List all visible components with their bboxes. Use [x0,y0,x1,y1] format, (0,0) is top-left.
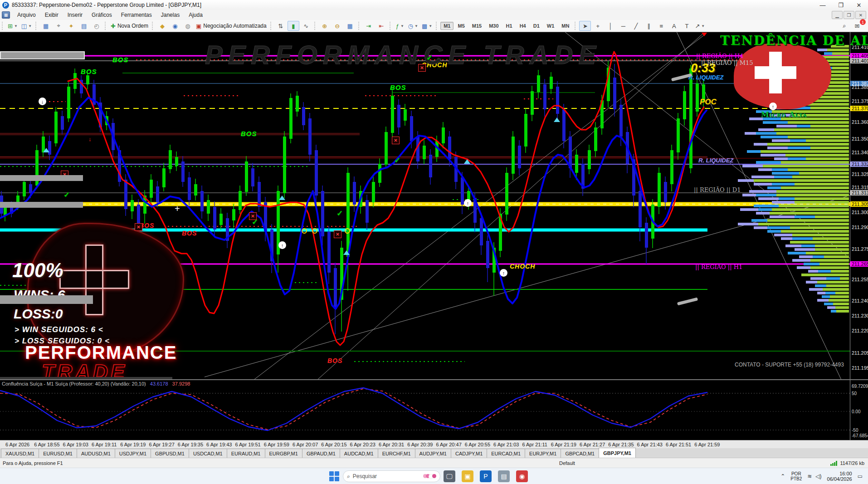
switzerland-flag-map [734,44,831,109]
chart-tab-gbpjpy-m1[interactable]: GBPJPY,M1 [599,448,636,458]
taskbar-app-metatrader[interactable]: ▤ [498,470,510,482]
child-restore-button[interactable]: ❐ [844,11,854,19]
annotation-st2-23: LOSS:0 [14,306,63,322]
chart-tab-euraud-m1[interactable]: EURAUD,M1 [227,449,265,458]
templates-button[interactable]: ▩▼ [420,21,434,31]
text-tool-button[interactable]: A [668,21,680,31]
line-chart-button[interactable]: ∿ [300,21,312,31]
chart-tab-usdjpy-m1[interactable]: USDJPY,M1 [115,449,151,458]
toolbar-drag-handle [358,22,361,30]
chart-tab-audjpy-m1[interactable]: AUDJPY,M1 [415,449,451,458]
chart-tab-eurusd-m1[interactable]: EURUSD,M1 [39,449,77,458]
crosshair-tool-button[interactable]: + [592,21,604,31]
chart-tab-gbpaud-m1[interactable]: GBPAUD,M1 [302,449,340,458]
taskbar-app-display[interactable]: 🖵 [444,470,455,482]
timeframe-m15[interactable]: M15 [469,22,485,30]
notifications-icon[interactable]: ▭ [858,473,863,479]
chart-tab-usdcad-m1[interactable]: USDCAD,M1 [189,449,227,458]
ohlc-bars-button[interactable]: ⇅ [275,21,287,31]
strategy-tester-button[interactable]: ◴ [91,21,102,31]
timeframe-m5[interactable]: M5 [454,22,468,30]
periods-button[interactable]: ◷▼ [407,21,419,31]
start-button[interactable] [329,471,339,481]
minimize-button[interactable]: — [814,0,832,10]
fibonacci-tool-button[interactable]: ≡ [655,21,667,31]
tray-chevron-icon[interactable]: ⌃ [780,473,785,479]
language-indicator[interactable]: PORPTB2 [790,471,802,481]
close-button[interactable]: ✕ [850,0,868,10]
channel-tool-button[interactable]: ∥ [643,21,654,31]
chart-tab-eurchf-m1[interactable]: EURCHF,M1 [378,449,415,458]
signal-arrow-up-icon: ↑ [500,269,507,277]
market-watch-button[interactable]: ▦ [40,21,52,31]
indicator-subwindow[interactable]: Confluência Suíça - M1 Suíça (Professor:… [0,379,868,441]
horizontal-line-tool-button[interactable]: ─ [617,21,629,31]
taskbar-app-recorder[interactable]: ◉ [516,470,528,482]
taskbar-search-input[interactable]: ⌕ Pesquisar [343,470,440,482]
menu-graficos[interactable]: Gráficos [87,10,117,20]
arrow-objects-tool-button[interactable]: ↗▼ [693,21,706,31]
child-minimize-button[interactable]: ▁ [832,11,843,19]
chart-tab-eurgbp-m1[interactable]: EURGBP,M1 [265,449,302,458]
volume-icon[interactable]: ◁) [815,473,821,479]
menu-ajuda[interactable]: Ajuda [184,10,207,20]
community-button[interactable]: ◉ [169,21,181,31]
taskbar-app-file-explorer[interactable]: ▣ [462,470,473,482]
new-chart-button[interactable]: ⊞▼ [6,21,19,31]
chart-tab-gbpcad-m1[interactable]: GBPCAD,M1 [561,449,599,458]
timeframe-w1[interactable]: W1 [544,22,558,30]
tile-windows-button[interactable]: ▦ [344,21,356,31]
network-icon[interactable]: ≋ [807,473,812,479]
chart-tab-xauusd-m1[interactable]: XAUUSD,M1 [1,449,39,458]
timeframe-d1[interactable]: D1 [530,22,543,30]
time-label-6: 6 Apr 19:35 [178,442,203,447]
timeframe-h1[interactable]: H1 [503,22,516,30]
trendline-tool-button[interactable]: ╱ [630,21,642,31]
auto-scroll-button[interactable]: ⇥ [363,21,375,31]
new-chart-icon: ⊞ [8,23,13,29]
maximize-button[interactable]: ❐ [832,0,850,10]
chart-tab-eurjpy-m1[interactable]: EURJPY,M1 [525,449,561,458]
profiles-button[interactable]: ◫▼ [20,21,33,31]
menu-exibir[interactable]: Exibir [40,10,63,20]
toolbar-drag-handle [436,22,438,30]
menu-arquivo[interactable]: Arquivo [13,10,40,20]
chart-shift-button[interactable]: ⇤ [375,21,387,31]
chart-tab-audcad-m1[interactable]: AUDCAD,M1 [340,449,378,458]
vertical-line-tool-button[interactable]: │ [605,21,616,31]
timeframe-h4[interactable]: H4 [517,22,529,30]
signals-button[interactable]: ◍ [182,21,194,31]
status-profile[interactable]: Default [559,460,575,466]
new-order-button[interactable]: ✚Nova Ordem [109,21,150,31]
zoom-in-button[interactable]: ⊕ [319,21,331,31]
timeframe-m30[interactable]: M30 [486,22,502,30]
search-button[interactable]: ⌕ [839,21,850,31]
chart-tab-cadjpy-m1[interactable]: CADJPY,M1 [451,449,487,458]
menu-janelas[interactable]: Janelas [156,10,184,20]
taskbar-app-pepperstone[interactable]: P [480,470,492,482]
navigator-button[interactable]: ✦ [65,21,77,31]
indicator-panel-bar [0,295,93,304]
chart-tab-eurcad-m1[interactable]: EURCAD,M1 [487,449,525,458]
price-label-211.265: 211.265 [850,261,868,267]
chart-tab-audusd-m1[interactable]: AUDUSD,M1 [77,449,115,458]
chart-area[interactable]: 211.410211.405211.401211.387211.385211.3… [0,32,868,380]
candlesticks-button[interactable]: ▮ [288,21,299,31]
toolbox-button[interactable]: ▤ [78,21,90,31]
text-label-tool-button[interactable]: T [681,21,692,31]
cursor-tool-button[interactable]: ➤ [579,21,591,31]
taskbar-clock[interactable]: 16:0006/04/2026 [827,471,852,482]
child-close-button[interactable]: ✕ [855,11,866,19]
metaeditor-button[interactable]: ◆ [156,21,168,31]
zoom-out-button[interactable]: ⊖ [332,21,343,31]
data-window-button[interactable]: ⌖ [53,21,64,31]
timeframe-mn[interactable]: MN [558,22,572,30]
menu-ferramentas[interactable]: Ferramentas [117,10,156,20]
indicators-button[interactable]: ƒ▼ [394,21,406,31]
chart-tab-gbpusd-m1[interactable]: GBPUSD,M1 [151,449,189,458]
timeframe-m1[interactable]: M1 [440,22,454,30]
chat-button[interactable]: ✉1 [851,21,863,31]
time-label-1: 6 Apr 18:55 [34,442,59,447]
menu-inserir[interactable]: Inserir [63,10,87,20]
algo-trading-button[interactable]: ▣Negociação Automatizada [195,21,268,31]
